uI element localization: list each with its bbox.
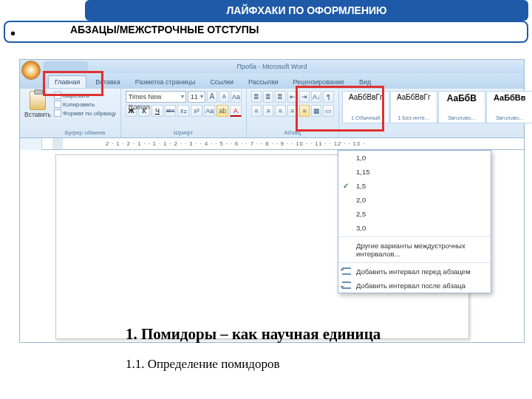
indent-button[interactable]: ⇥ <box>299 91 310 103</box>
dedent-button[interactable]: ⇤ <box>287 91 298 103</box>
spacing-2-5[interactable]: 2,5 <box>338 207 491 221</box>
spacing-3-0[interactable]: 3,0 <box>338 221 491 235</box>
word-window: Проба - Microsoft Word Главная Вставка Р… <box>19 59 525 343</box>
group-paragraph-label: Абзац <box>251 129 334 137</box>
paste-button[interactable]: Вставить <box>24 91 51 137</box>
style-sample: АаБбВ <box>447 93 477 103</box>
tab-mailings[interactable]: Рассылки <box>242 76 284 88</box>
paste-icon <box>30 91 46 110</box>
style-heading2[interactable]: АаБбВв Заголово... <box>486 91 532 123</box>
line-spacing-menu: 1,0 1,15 1,5 2,0 2,5 3,0 Другие варианты… <box>338 150 491 293</box>
style-sample: АаБбВвГг <box>397 93 431 101</box>
spacing-1-5[interactable]: 1,5 <box>338 179 491 193</box>
highlight-button[interactable]: ab <box>216 105 228 117</box>
group-font: Times New Roman 11 A A Aa Ж К Ч abc x₂ x… <box>121 89 247 137</box>
change-case-button[interactable]: Aa <box>204 105 216 117</box>
line-spacing-button[interactable]: ≡ <box>299 105 310 117</box>
style-sample: АаБбВвГг <box>349 93 383 101</box>
spacing-1-0[interactable]: 1,0 <box>338 151 491 165</box>
tab-insert[interactable]: Вставка <box>89 76 126 88</box>
ribbon: Вставить Вырезать Копировать Формат по о… <box>20 88 524 138</box>
ruler-corner <box>20 138 42 150</box>
space-after-icon <box>342 282 351 289</box>
group-styles: АаБбВвГг 1 Обычный АаБбВвГг 1 Без инте..… <box>339 89 532 137</box>
ribbon-tabs: Главная Вставка Разметка страницы Ссылки… <box>20 73 524 88</box>
slide-header: ЛАЙФХАКИ ПО ОФОРМЛЕНИЮ • АБЗАЦЫ/МЕЖСТРОЧ… <box>0 0 532 44</box>
copy-button[interactable]: Копировать <box>54 100 116 108</box>
tab-layout[interactable]: Разметка страницы <box>129 76 202 88</box>
style-nospacing[interactable]: АаБбВвГг 1 Без инте... <box>390 91 437 123</box>
slide-subtitle: АБЗАЦЫ/МЕЖСТРОЧНЫЕ ОТСТУПЫ <box>70 24 259 35</box>
tab-home[interactable]: Главная <box>48 75 86 88</box>
font-color-button[interactable]: A <box>230 105 242 117</box>
numbering-button[interactable]: ≣ <box>263 91 273 103</box>
tab-view[interactable]: Вид <box>353 76 377 88</box>
borders-button[interactable]: ▭ <box>323 105 333 117</box>
quick-access-toolbar[interactable] <box>44 61 88 72</box>
group-paragraph: ≣ ≣ ≣ ⇤ ⇥ A↓ ¶ ≡ ≡ ≡ ≡ ≡ ▦ ▭ А <box>247 89 339 137</box>
style-label: Заголово... <box>496 115 524 121</box>
office-button[interactable] <box>21 61 41 80</box>
ruler-scale: 2 · 1 · 2 · 1 · · 1 · 1 · 2 · · 3 · · 4 … <box>52 138 524 149</box>
style-label: Заголово... <box>448 115 476 121</box>
show-marks-button[interactable]: ¶ <box>323 91 333 103</box>
superscript-button[interactable]: x² <box>191 105 202 117</box>
font-name-combo[interactable]: Times New Roman <box>126 91 186 103</box>
spacing-1-15[interactable]: 1,15 <box>338 165 491 179</box>
title-bar: Проба - Microsoft Word <box>20 60 524 73</box>
doc-heading-1: 1. Помидоры – как научная единица <box>126 325 381 344</box>
align-center-button[interactable]: ≡ <box>263 105 273 117</box>
justify-button[interactable]: ≡ <box>287 105 298 117</box>
paste-label: Вставить <box>24 111 51 118</box>
tab-references[interactable]: Ссылки <box>204 76 239 88</box>
bullets-button[interactable]: ≣ <box>251 91 262 103</box>
style-label: 1 Обычный <box>351 115 380 121</box>
shrink-font-button[interactable]: A <box>219 91 229 103</box>
tab-review[interactable]: Рецензирование <box>287 76 350 88</box>
cut-button[interactable]: Вырезать <box>54 92 116 99</box>
align-right-button[interactable]: ≡ <box>275 105 285 117</box>
underline-button[interactable]: Ч <box>151 105 163 117</box>
spacing-2-0[interactable]: 2,0 <box>338 193 491 207</box>
add-space-after[interactable]: Добавить интервал после абзаца <box>338 279 491 293</box>
grow-font-button[interactable]: A <box>207 91 217 103</box>
menu-separator <box>338 262 491 263</box>
group-clipboard-label: Буфер обмена <box>54 129 116 137</box>
style-heading1[interactable]: АаБбВ Заголово... <box>438 91 485 123</box>
group-font-label: Шрифт <box>126 129 242 137</box>
ruler-ticks: 2 · 1 · 2 · 1 · · 1 · 1 · 2 · · 3 · · 4 … <box>106 140 365 147</box>
ruler[interactable]: 2 · 1 · 2 · 1 · · 1 · 1 · 2 · · 3 · · 4 … <box>20 138 524 150</box>
font-size-combo[interactable]: 11 <box>188 91 205 103</box>
style-sample: АаБбВв <box>494 93 526 102</box>
window-title: Проба - Microsoft Word <box>237 63 307 70</box>
scissors-icon <box>54 92 61 99</box>
style-label: 1 Без инте... <box>398 115 429 121</box>
spacing-options[interactable]: Другие варианты междустрочных интервалов… <box>338 239 491 261</box>
doc-heading-2: 1.1. Определение помидоров <box>126 357 381 372</box>
document-area[interactable]: 1,0 1,15 1,5 2,0 2,5 3,0 Другие варианты… <box>20 150 524 342</box>
space-before-icon <box>342 267 351 275</box>
strike-button[interactable]: abc <box>165 105 177 117</box>
style-normal[interactable]: АаБбВвГг 1 Обычный <box>342 91 389 123</box>
bullet-icon: • <box>10 25 16 42</box>
menu-separator <box>338 236 491 237</box>
group-clipboard: Вставить Вырезать Копировать Формат по о… <box>20 89 121 137</box>
slide-title: ЛАЙФХАКИ ПО ОФОРМЛЕНИЮ <box>85 0 528 21</box>
copy-icon <box>54 100 61 108</box>
brush-icon <box>54 109 61 117</box>
shading-button[interactable]: ▦ <box>311 105 321 117</box>
clear-format-button[interactable]: Aa <box>231 91 241 103</box>
subscript-button[interactable]: x₂ <box>177 105 189 117</box>
document-text: 1. Помидоры – как научная единица 1.1. О… <box>126 325 381 372</box>
multilevel-button[interactable]: ≣ <box>275 91 285 103</box>
sort-button[interactable]: A↓ <box>311 91 321 103</box>
format-painter-button[interactable]: Формат по образцу <box>54 109 116 117</box>
add-space-before[interactable]: Добавить интервал перед абзацем <box>338 265 491 279</box>
align-left-button[interactable]: ≡ <box>251 105 262 117</box>
